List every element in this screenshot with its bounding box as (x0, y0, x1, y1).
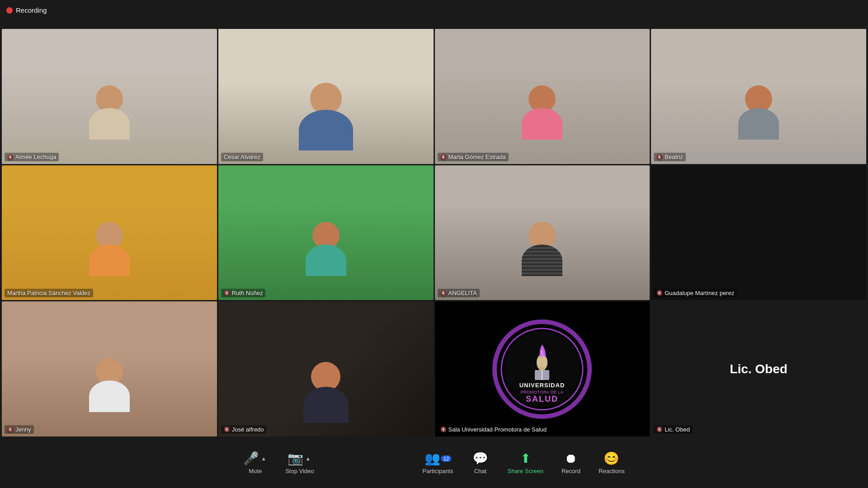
reactions-button[interactable]: 😊 Reactions (590, 448, 634, 479)
reactions-label: Reactions (599, 468, 625, 474)
participant-cell-guadalupe: 🔇 Guadalupe Martínez perez (651, 165, 866, 300)
chat-icon: 💬 (472, 452, 488, 465)
participant-name-ruth: 🔇 Ruth Núñez (221, 289, 266, 297)
university-logo: UNIVERSIDAD PROMOTORA DE LA SALUD (492, 319, 592, 419)
mic-icon: 🎤 (243, 452, 259, 465)
video-icon: 📷 (288, 452, 303, 465)
mute-icon-ruth: 🔇 (224, 290, 230, 296)
participant-cell-marta: 🔇 Marta Gómez Estrada (435, 29, 650, 164)
participant-name-aimee: 🔇 Aimée Lechuga (5, 153, 59, 161)
mute-button[interactable]: 🎤 ▲ Mute (234, 448, 276, 479)
participant-cell-ruth: 🔇 Ruth Núñez (218, 165, 434, 300)
reactions-icon: 😊 (604, 452, 619, 465)
participant-cell-beatriz: 🔇 Beatriz (651, 29, 866, 164)
participant-cell-obed: Lic. Obed 🔇 Lic. Obed (651, 301, 866, 436)
participant-name-angelita: 🔇 ANGELITA (438, 289, 480, 297)
share-screen-button[interactable]: ⬆ Share Screen (498, 448, 552, 479)
participant-cell-angelita: 🔇 ANGELITA (435, 165, 650, 300)
participant-count-badge: 12 (441, 455, 451, 462)
video-arrow[interactable]: ▲ (304, 455, 311, 463)
share-screen-icon: ⬆ (520, 452, 531, 465)
toolbar: 🎤 ▲ Mute 📷 ▲ Stop Video 👥 12 Participant… (0, 438, 868, 488)
participant-cell-aimee: 🔇 Aimée Lechuga (2, 29, 217, 164)
chat-button[interactable]: 💬 Chat (462, 448, 498, 479)
svg-text:SALUD: SALUD (526, 394, 558, 404)
mute-icon-jenny: 🔇 (7, 427, 14, 432)
recording-badge: Recording (6, 6, 47, 14)
mute-icon-obed: 🔇 (656, 427, 663, 432)
participant-cell-martha: Martha Patricia Sánchez Valdez (2, 165, 217, 300)
participant-name-jose: 🔇 José alfredo (221, 425, 267, 434)
stop-video-button[interactable]: 📷 ▲ Stop Video (276, 448, 323, 479)
participants-label: Participants (423, 468, 453, 474)
chat-label: Chat (474, 468, 486, 474)
mute-icon-marta: 🔇 (440, 154, 447, 160)
obed-display-name: Lic. Obed (730, 362, 788, 376)
participant-name-martha: Martha Patricia Sánchez Valdez (5, 289, 93, 297)
svg-text:PROMOTORA DE LA: PROMOTORA DE LA (521, 390, 563, 394)
participant-name-obed: 🔇 Lic. Obed (654, 425, 693, 434)
participant-cell-sala: UNIVERSIDAD PROMOTORA DE LA SALUD 🔇 Sala… (435, 301, 650, 436)
record-label: Record (561, 468, 580, 474)
participant-cell-jenny: 🔇 Jenny (2, 301, 217, 436)
stop-video-label: Stop Video (285, 468, 314, 474)
record-icon: ⏺ (565, 452, 577, 465)
participants-button[interactable]: 👥 12 Participants (414, 448, 462, 479)
mute-icon-beatriz: 🔇 (656, 154, 663, 160)
mute-icon-sala: 🔇 (440, 427, 447, 432)
participant-cell-jose: 🔇 José alfredo (218, 301, 434, 436)
mute-label: Mute (249, 468, 262, 474)
participant-name-cesar: Cesar Alvarez (221, 153, 263, 161)
participant-name-guadalupe: 🔇 Guadalupe Martínez perez (654, 289, 737, 297)
participant-name-marta: 🔇 Marta Gómez Estrada (438, 153, 509, 161)
participant-name-sala: 🔇 Sala Universidad Promotora de Salud (438, 425, 550, 434)
recording-label: Recording (16, 6, 47, 14)
participant-name-jenny: 🔇 Jenny (5, 425, 34, 434)
participants-icon: 👥 (425, 452, 440, 465)
svg-text:UNIVERSIDAD: UNIVERSIDAD (519, 382, 565, 389)
mute-icon-aimee: 🔇 (7, 154, 14, 160)
mute-icon-guadalupe: 🔇 (656, 290, 663, 296)
participant-cell-cesar: Cesar Alvarez (218, 29, 434, 164)
mute-icon-angelita: 🔇 (440, 290, 447, 296)
share-screen-label: Share Screen (507, 468, 543, 474)
recording-dot (6, 7, 13, 14)
participant-name-beatriz: 🔇 Beatriz (654, 153, 685, 161)
mute-icon-jose: 🔇 (224, 427, 230, 432)
video-grid: 🔇 Aimée Lechuga Cesar Alvarez 🔇 Marta Gó… (0, 27, 868, 438)
record-button[interactable]: ⏺ Record (552, 448, 590, 479)
mute-arrow[interactable]: ▲ (260, 455, 267, 463)
